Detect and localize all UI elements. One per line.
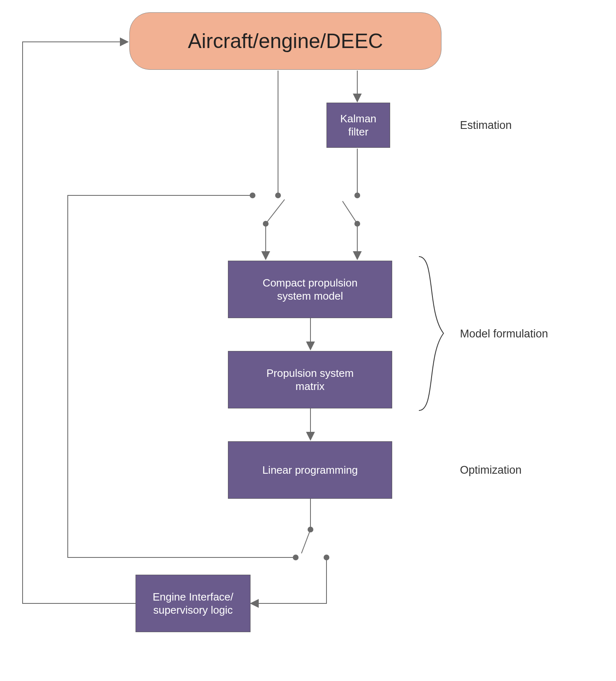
svg-point-4 [275,193,281,198]
connectors [0,0,616,681]
linear-programming-node: Linear programming [228,441,392,499]
engine-interface-node: Engine Interface/ supervisory logic [136,575,251,632]
svg-point-15 [308,527,313,532]
compact-propulsion-node: Compact propulsion system model [228,261,392,318]
model-formulation-label: Model formulation [460,328,548,340]
kalman-filter-node: Kalman filter [326,103,390,148]
svg-line-18 [301,530,310,553]
kalman-label: Kalman filter [340,112,376,139]
svg-line-10 [342,201,357,224]
svg-point-3 [250,193,255,198]
optimization-label: Optimization [460,464,522,477]
aircraft-engine-deec-node: Aircraft/engine/DEEC [129,12,441,70]
compact-label: Compact propulsion system model [262,276,357,303]
matrix-label: Propulsion system matrix [267,367,354,393]
linear-label: Linear programming [262,463,358,477]
propulsion-matrix-node: Propulsion system matrix [228,351,392,408]
svg-point-17 [324,555,329,560]
svg-point-5 [263,221,269,227]
svg-point-8 [354,193,360,198]
estimation-label: Estimation [460,119,512,132]
engine-if-label: Engine Interface/ supervisory logic [153,590,234,617]
svg-point-16 [293,555,299,560]
svg-line-6 [266,199,285,224]
svg-point-9 [354,221,360,227]
diagram-canvas: Aircraft/engine/DEEC Kalman filter Compa… [0,0,616,681]
aircraft-label: Aircraft/engine/DEEC [188,29,383,53]
